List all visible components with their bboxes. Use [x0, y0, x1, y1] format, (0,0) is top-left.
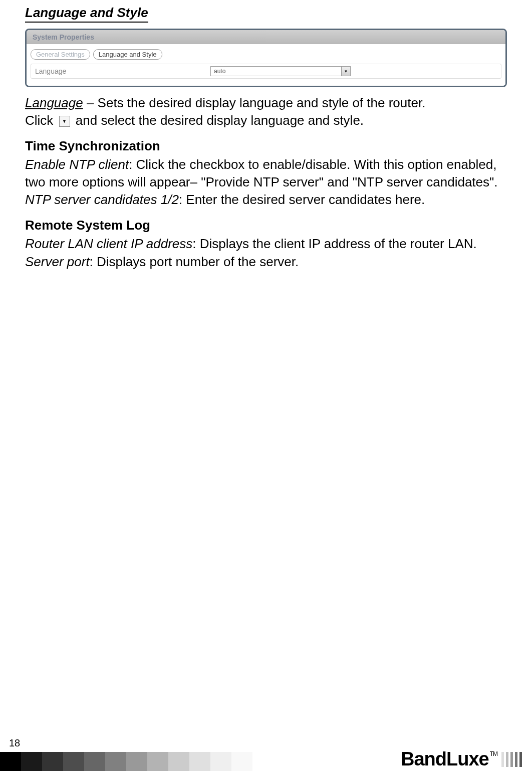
- term-ntp-candidates: NTP server candidates 1/2: [25, 192, 179, 207]
- language-row: Language auto ▼: [31, 64, 501, 79]
- dropdown-arrow-icon: ▼: [59, 116, 70, 127]
- section-title-language-style: Language and Style: [25, 5, 148, 23]
- term-enable-ntp: Enable NTP client: [25, 157, 129, 172]
- tab-language-and-style[interactable]: Language and Style: [93, 49, 162, 60]
- term-router-lan-ip: Router LAN client IP address: [25, 236, 192, 251]
- time-sync-description: Enable NTP client: Click the checkbox to…: [25, 156, 507, 209]
- language-select[interactable]: auto ▼: [210, 66, 351, 76]
- panel-header: System Properties: [27, 30, 505, 44]
- language-select-value: auto: [211, 68, 341, 75]
- brand-bars-icon: [501, 752, 522, 767]
- chevron-down-icon[interactable]: ▼: [341, 67, 350, 76]
- tab-row: General Settings Language and Style: [31, 49, 501, 60]
- brand-name: BandLuxe: [401, 748, 489, 770]
- section-title-time-sync: Time Synchronization: [25, 138, 507, 154]
- tab-general-settings[interactable]: General Settings: [31, 49, 90, 60]
- language-description: Language – Sets the desired display lang…: [25, 94, 507, 129]
- term-language: Language: [25, 95, 83, 110]
- section-title-remote-syslog: Remote System Log: [25, 218, 507, 233]
- remote-syslog-description: Router LAN client IP address: Displays t…: [25, 235, 507, 270]
- brand-logo: BandLuxe TM: [401, 748, 522, 770]
- term-server-port: Server port: [25, 254, 90, 269]
- grayscale-bar: [0, 752, 274, 771]
- page-footer: 18 BandLuxe TM: [0, 741, 532, 771]
- trademark-symbol: TM: [490, 750, 497, 757]
- page-number: 18: [9, 737, 20, 749]
- language-label: Language: [35, 67, 210, 75]
- panel-body: General Settings Language and Style Lang…: [27, 44, 505, 86]
- system-properties-panel: System Properties General Settings Langu…: [25, 29, 507, 87]
